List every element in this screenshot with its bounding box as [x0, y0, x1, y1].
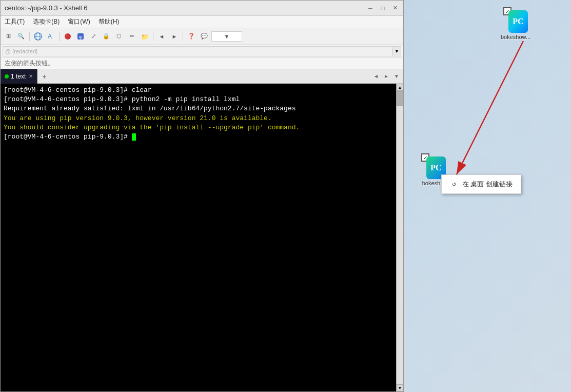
toolbar-btn-left[interactable]: ◄: [156, 31, 167, 42]
terminal-scrollbar[interactable]: ▲ ▼: [396, 84, 403, 391]
toolbar-sep-4: [183, 32, 183, 41]
connection-bar: ▼: [1, 45, 403, 58]
scroll-down[interactable]: ▼: [397, 384, 404, 391]
connection-dropdown[interactable]: ▼: [393, 46, 401, 56]
terminal-cursor: [132, 133, 136, 141]
scroll-up[interactable]: ▲: [397, 84, 404, 91]
menu-window[interactable]: 窗口(W): [68, 17, 90, 26]
scroll-track[interactable]: [397, 91, 403, 384]
tab-status-dot: [5, 74, 9, 79]
toolbar-btn-arrow[interactable]: A: [45, 31, 56, 42]
toolbar-dropdown[interactable]: ▼: [211, 31, 242, 42]
terminal-line: You are using pip version 9.0.3, however…: [4, 114, 393, 123]
terminal-line: [root@VM-4-6-centos pip-9.0.3]# clear: [4, 86, 393, 95]
menu-tools[interactable]: 工具(T): [5, 17, 25, 26]
tab-close-button[interactable]: ✕: [29, 73, 33, 79]
toolbar-sep-1: [29, 32, 30, 41]
toolbar-btn-search[interactable]: 🔍: [15, 31, 27, 42]
tab-bar: 1 text ✕ + ◄ ► ▼: [1, 69, 403, 84]
connection-input[interactable]: [3, 46, 393, 56]
window-controls: ─ □ ✕: [366, 4, 399, 12]
context-menu-create-link[interactable]: ↺ 在 桌面 创建链接: [442, 177, 521, 191]
svg-point-4: [65, 33, 71, 40]
terminal-line: [root@VM-4-6-centos pip-9.0.3]# python2 …: [4, 95, 393, 104]
context-menu-label: 在 桌面 创建链接: [462, 180, 513, 188]
toolbar: ⊞ 🔍 A ! φ ⤢ 🔒 ⬡ ✏ 📁 ◄ ► ❓ 💬 ▼: [1, 28, 403, 45]
menu-bar: 工具(T) 选项卡(B) 窗口(W) 帮助(H): [1, 16, 403, 28]
toolbar-btn-key[interactable]: ⬡: [113, 31, 125, 42]
title-bar: centos:~/pip-9.0.3 - Xshell 6 ─ □ ✕: [1, 1, 403, 16]
info-text: 左侧的箭头按钮。: [5, 59, 54, 68]
tab-nav-prev[interactable]: ◄: [371, 72, 381, 81]
icon-label-bokeshow-top: bokeshow...: [501, 34, 530, 40]
toolbar-sep-3: [153, 32, 153, 41]
toolbar-btn-help[interactable]: ❓: [186, 31, 197, 42]
tab-nav-dropdown[interactable]: ▼: [392, 72, 401, 81]
svg-text:📁: 📁: [141, 33, 149, 41]
toolbar-btn-globe[interactable]: [32, 31, 44, 42]
active-tab[interactable]: 1 text ✕: [1, 69, 37, 84]
terminal-line: You should consider upgrading via the 'p…: [4, 123, 393, 132]
info-bar: 左侧的箭头按钮。: [1, 58, 403, 69]
scroll-thumb[interactable]: [397, 91, 403, 106]
svg-text:φ: φ: [79, 34, 82, 40]
tab-label: 1 text: [11, 73, 26, 80]
desktop-icon-bokeshow-top[interactable]: PC bokeshow...: [495, 5, 536, 42]
close-button[interactable]: ✕: [391, 4, 399, 12]
toolbar-btn-red[interactable]: !: [62, 31, 73, 42]
toolbar-btn-blue[interactable]: φ: [75, 31, 86, 42]
menu-tabs[interactable]: 选项卡(B): [33, 17, 60, 26]
maximize-button[interactable]: □: [379, 4, 387, 12]
terminal[interactable]: [root@VM-4-6-centos pip-9.0.3]# clear[ro…: [1, 84, 396, 391]
toolbar-btn-right[interactable]: ►: [169, 31, 180, 42]
terminal-wrapper: [root@VM-4-6-centos pip-9.0.3]# clear[ro…: [1, 84, 403, 391]
toolbar-btn-expand[interactable]: ⤢: [88, 31, 99, 42]
pycharm-icon-top: PC: [508, 10, 528, 33]
toolbar-sep-2: [59, 32, 60, 41]
toolbar-btn-1[interactable]: ⊞: [3, 31, 14, 42]
toolbar-btn-folder[interactable]: 📁: [139, 31, 150, 42]
tab-navigation: ◄ ► ▼: [371, 72, 403, 81]
window-title: centos:~/pip-9.0.3 - Xshell 6: [5, 4, 88, 12]
tab-add-button[interactable]: +: [38, 71, 50, 82]
context-menu: ↺ 在 桌面 创建链接: [441, 174, 521, 194]
context-menu-icon: ↺: [450, 181, 458, 189]
toolbar-btn-chat[interactable]: 💬: [199, 31, 210, 42]
tab-nav-next[interactable]: ►: [382, 72, 391, 81]
svg-text:A: A: [48, 33, 52, 40]
minimize-button[interactable]: ─: [366, 4, 375, 12]
icon-img-pycharm-top: PC: [503, 7, 528, 32]
toolbar-btn-edit[interactable]: ✏: [126, 31, 137, 42]
menu-help[interactable]: 帮助(H): [99, 17, 120, 26]
toolbar-btn-lock[interactable]: 🔒: [101, 31, 112, 42]
terminal-line: Requirement already satisfied: lxml in /…: [4, 104, 393, 113]
svg-text:!: !: [66, 34, 68, 40]
terminal-line: [root@VM-4-6-centos pip-9.0.3]#: [4, 132, 393, 142]
xshell-window: centos:~/pip-9.0.3 - Xshell 6 ─ □ ✕ 工具(T…: [0, 0, 404, 392]
